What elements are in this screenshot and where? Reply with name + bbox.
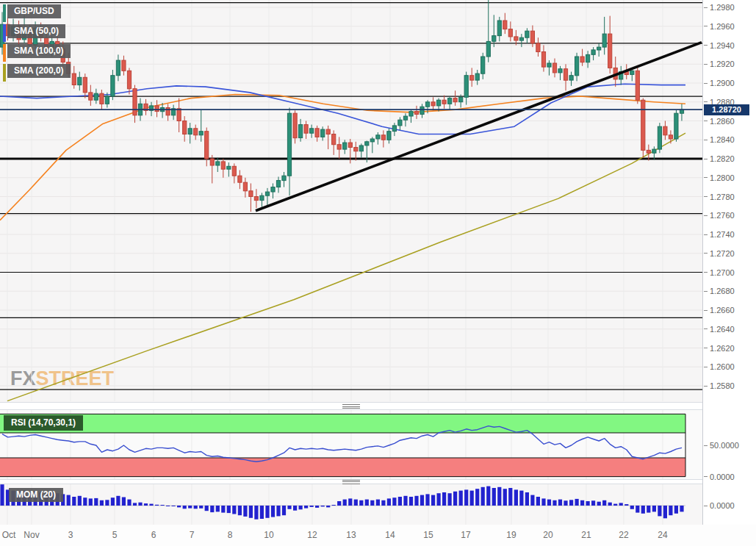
price-axis-label: 1.2940 (704, 40, 735, 51)
price-axis-label: 1.2720 (704, 248, 735, 259)
time-axis-label: 10 (264, 530, 273, 540)
tick-mark (704, 159, 708, 159)
price-axis-label: 1.2760 (704, 210, 735, 221)
sma100-label[interactable]: SMA (100,0) (7, 44, 71, 58)
legend-item-sma200[interactable]: SMA (200,0) (3, 64, 71, 82)
time-axis-label: 17 (461, 530, 470, 540)
tick-mark (704, 386, 708, 387)
rsi-indicator-label[interactable]: RSI (14,70,30,1) (4, 415, 83, 431)
price-axis-label: 1.2960 (704, 21, 735, 32)
momentum-axis-label: 0.0000 (704, 500, 735, 511)
price-axis-label: 1.2860 (704, 115, 735, 126)
time-axis-label: 21 (581, 530, 591, 540)
tick-mark (704, 196, 708, 197)
tick-mark (704, 101, 708, 102)
sma100-color-swatch (3, 44, 6, 62)
panel-separator[interactable] (0, 402, 702, 410)
time-axis-label: 22 (619, 530, 628, 540)
time-axis-label: Nov (24, 530, 39, 540)
tick-mark (704, 476, 708, 477)
tick-mark (704, 310, 708, 311)
time-axis-label: Oct (2, 530, 16, 540)
legend-item-sma50[interactable]: SMA (50,0) (3, 24, 65, 42)
price-axis-label: 1.2980 (704, 2, 735, 13)
sma200-color-swatch (3, 64, 6, 82)
rsi-plot[interactable] (0, 410, 702, 479)
tick-mark (704, 26, 708, 26)
time-axis-label: 7 (190, 530, 195, 540)
time-axis-label: 8 (228, 530, 233, 540)
sma50-label[interactable]: SMA (50,0) (7, 24, 65, 38)
tick-mark (704, 367, 708, 367)
panel-separator[interactable] (0, 479, 702, 484)
price-axis-label: 1.2640 (704, 323, 735, 334)
legend-item-sma100[interactable]: SMA (100,0) (3, 44, 71, 62)
price-chart-area[interactable]: FXSTREET GBP/USD SMA (50,0) SMA (100,0) … (0, 0, 702, 402)
time-axis-label: 15 (423, 530, 433, 540)
tick-mark (704, 272, 708, 273)
time-axis-label: 6 (151, 530, 156, 540)
candlestick-plot[interactable] (0, 0, 702, 402)
tick-mark (704, 121, 708, 121)
price-axis-label: 1.2920 (704, 59, 735, 70)
time-axis-label: 20 (543, 530, 552, 540)
price-axis-label: 1.2660 (704, 305, 735, 316)
price-axis-label: 1.2900 (704, 78, 735, 89)
price-axis-label: 1.2600 (704, 362, 735, 373)
rsi-panel[interactable]: RSI (14,70,30,1) (0, 410, 702, 479)
time-axis-label: 5 (112, 530, 118, 540)
tick-mark (704, 215, 708, 216)
price-axis-label: 1.2780 (704, 191, 735, 202)
sma50-color-swatch (3, 24, 6, 42)
time-axis-label: 13 (346, 530, 356, 540)
price-axis-label: 1.2620 (704, 342, 735, 353)
tick-mark (704, 348, 708, 348)
rsi-axis-label: 50.0000 (704, 440, 739, 451)
rsi-axis-label: 0.0000 (704, 471, 735, 482)
price-axis-label: 1.2700 (704, 267, 735, 278)
legend-item-pair[interactable]: GBP/USD (3, 4, 61, 22)
price-axis-label: 1.2580 (704, 381, 735, 392)
price-axis-label: 1.2800 (704, 172, 735, 183)
time-axis-label: 19 (506, 530, 516, 540)
momentum-indicator-label[interactable]: MOM (20) (9, 488, 63, 502)
chart-window: FXSTREET GBP/USD SMA (50,0) SMA (100,0) … (0, 0, 756, 546)
price-axis-label: 1.2740 (704, 229, 735, 240)
time-axis-label: 14 (385, 530, 395, 540)
price-axis-label: 1.2680 (704, 286, 735, 297)
price-axis-label: 1.2840 (704, 134, 735, 146)
tick-mark (704, 253, 708, 254)
tick-mark (704, 45, 708, 46)
time-axis[interactable]: OctNov356781012131415171920212224 (0, 525, 756, 546)
tick-mark (704, 234, 708, 235)
pair-color-swatch (3, 4, 6, 22)
tick-mark (704, 83, 708, 84)
tick-mark (704, 7, 708, 8)
time-axis-label: 24 (658, 530, 667, 540)
current-price-badge: 1.28720 (704, 104, 749, 115)
tick-mark (704, 140, 708, 140)
tick-mark (704, 506, 708, 506)
time-axis-label: 3 (68, 530, 73, 540)
tick-mark (704, 177, 708, 178)
pair-label[interactable]: GBP/USD (7, 4, 61, 18)
price-axis-label: 1.2820 (704, 154, 735, 165)
momentum-panel[interactable]: MOM (20) (0, 484, 702, 525)
time-axis-label: 12 (307, 530, 317, 540)
tick-mark (704, 64, 708, 65)
tick-mark (704, 445, 708, 446)
momentum-plot[interactable] (0, 484, 702, 525)
price-axis[interactable]: 1.28720 1.29801.29601.29401.29201.29001.… (702, 0, 756, 525)
tick-mark (704, 291, 708, 292)
sma200-label[interactable]: SMA (200,0) (7, 64, 71, 78)
tick-mark (704, 328, 708, 329)
drag-grip-icon[interactable] (342, 404, 360, 409)
